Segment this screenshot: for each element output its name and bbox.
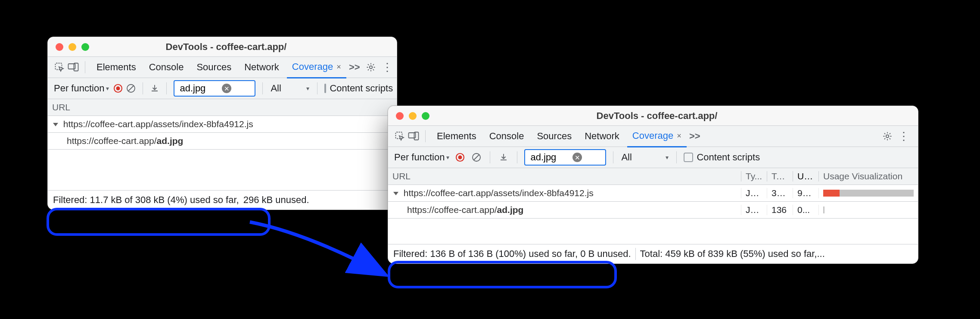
col-total[interactable]: To... (767, 171, 793, 181)
cell-unused: 96... (793, 188, 819, 198)
inspect-element-icon[interactable] (54, 62, 65, 73)
dropdown-label: All (271, 83, 281, 94)
svg-rect-10 (414, 132, 419, 140)
url-text: https://coffee-cart.app/ad.jpg (67, 136, 183, 146)
tab-console[interactable]: Console (144, 57, 189, 78)
url-text: https://coffee-cart.app/ad.jpg (407, 205, 523, 215)
status-total: 296 kB unused. (243, 194, 309, 206)
close-tab-icon[interactable]: × (336, 63, 341, 71)
expand-caret-icon[interactable] (53, 123, 58, 126)
settings-icon[interactable] (882, 131, 893, 142)
col-url[interactable]: URL (388, 171, 741, 181)
table-row[interactable]: https://coffee-cart.app/ad.jpg JS... 136… (388, 202, 918, 219)
clear-button[interactable] (126, 82, 136, 95)
export-button[interactable] (497, 151, 510, 164)
svg-rect-2 (74, 63, 78, 71)
annotation-highlight (47, 208, 271, 236)
minimize-window-icon[interactable] (409, 112, 417, 120)
coverage-toolbar: Per function ▾ ✕ All ▾ (48, 78, 397, 99)
col-url[interactable]: URL (48, 102, 397, 113)
traffic-lights[interactable] (388, 112, 439, 120)
col-unused[interactable]: U...▾ (793, 171, 819, 181)
separator (613, 151, 613, 163)
tab-elements[interactable]: Elements (432, 126, 482, 147)
table-row[interactable]: https://coffee-cart.app/ad.jpg (48, 133, 397, 150)
panel-tabstrip: Elements Console Sources Network Coverag… (48, 57, 397, 78)
more-tabs-icon[interactable]: >> (689, 131, 700, 142)
content-scripts-checkbox[interactable] (684, 153, 693, 162)
traffic-lights[interactable] (48, 43, 99, 51)
titlebar[interactable]: DevTools - coffee-cart.app/ (388, 106, 918, 126)
devtools-window-after: DevTools - coffee-cart.app/ Elements Con… (388, 106, 918, 264)
window-title: DevTools - coffee-cart.app/ (99, 41, 397, 53)
content-scripts-checkbox[interactable] (324, 84, 326, 93)
coverage-mode-dropdown[interactable]: Per function ▾ (393, 152, 450, 163)
coverage-mode-dropdown[interactable]: Per function ▾ (53, 83, 110, 94)
settings-icon[interactable] (365, 62, 376, 73)
device-toolbar-icon[interactable] (68, 62, 79, 73)
fullscreen-window-icon[interactable] (422, 112, 429, 120)
separator (490, 151, 490, 163)
cell-type: JS... (741, 205, 767, 215)
content-scripts-label: Content scripts (330, 83, 393, 94)
filter-text[interactable] (529, 151, 570, 163)
close-window-icon[interactable] (56, 43, 63, 51)
filter-text[interactable] (179, 82, 219, 94)
table-row[interactable]: https://coffee-cart.app/assets/index-8bf… (388, 185, 918, 202)
col-type[interactable]: Ty... (741, 171, 767, 181)
clear-filter-icon[interactable]: ✕ (222, 84, 231, 93)
url-filter-input[interactable]: ✕ (524, 149, 606, 166)
fullscreen-window-icon[interactable] (81, 43, 89, 51)
separator (143, 82, 143, 94)
table-row[interactable]: https://coffee-cart.app/assets/index-8bf… (48, 116, 397, 133)
record-button[interactable] (113, 82, 123, 95)
close-tab-icon[interactable]: × (677, 132, 681, 140)
clear-button[interactable] (470, 151, 483, 164)
table-header: URL Ty... To... U...▾ Usage Visualizatio… (388, 168, 918, 185)
usage-bar (823, 190, 914, 197)
titlebar[interactable]: DevTools - coffee-cart.app/ (48, 37, 397, 57)
kebab-menu-icon[interactable]: ⋮ (896, 130, 912, 143)
minimize-window-icon[interactable] (68, 43, 76, 51)
record-button[interactable] (454, 151, 467, 164)
tab-console[interactable]: Console (484, 126, 529, 147)
status-bar: Filtered: 136 B of 136 B (100%) used so … (388, 244, 918, 263)
cell-unused: 0... (793, 205, 819, 215)
type-filter-dropdown[interactable]: All ▾ (620, 152, 669, 163)
separator (166, 82, 167, 94)
tab-network[interactable]: Network (579, 126, 625, 147)
device-toolbar-icon[interactable] (408, 131, 419, 142)
type-filter-dropdown[interactable]: All ▾ (270, 83, 310, 94)
url-filter-input[interactable]: ✕ (174, 80, 255, 97)
close-window-icon[interactable] (396, 112, 404, 120)
status-total: Total: 459 kB of 839 kB (55%) used so fa… (640, 248, 825, 260)
svg-point-11 (886, 135, 889, 138)
export-button[interactable] (150, 82, 159, 95)
url-text: https://coffee-cart.app/assets/index-8bf… (404, 188, 594, 198)
status-filtered: Filtered: 11.7 kB of 308 kB (4%) used so… (53, 194, 239, 206)
tab-coverage[interactable]: Coverage × (627, 125, 687, 147)
tab-sources[interactable]: Sources (191, 57, 236, 78)
more-tabs-icon[interactable]: >> (349, 62, 360, 73)
col-usage[interactable]: Usage Visualization (819, 171, 918, 181)
cell-type: JS... (741, 188, 767, 198)
coverage-table: URL Ty... To... U...▾ Usage Visualizatio… (388, 168, 918, 219)
cell-usage (819, 190, 918, 197)
kebab-menu-icon[interactable]: ⋮ (379, 61, 395, 74)
tab-elements[interactable]: Elements (91, 57, 141, 78)
separator (676, 151, 677, 163)
status-filtered: Filtered: 136 B of 136 B (100%) used so … (393, 248, 631, 260)
clear-filter-icon[interactable]: ✕ (572, 153, 582, 162)
inspect-element-icon[interactable] (394, 131, 405, 142)
devtools-window-before: DevTools - coffee-cart.app/ Elements Con… (47, 37, 397, 210)
chevron-down-icon: ▾ (106, 85, 109, 92)
separator (425, 130, 426, 142)
expand-caret-icon[interactable] (393, 192, 398, 195)
tab-coverage[interactable]: Coverage × (287, 56, 346, 78)
annotation-highlight (388, 261, 617, 288)
tab-sources[interactable]: Sources (532, 126, 577, 147)
tab-label: Coverage (632, 130, 673, 141)
svg-line-15 (474, 155, 479, 160)
chevron-down-icon: ▾ (666, 154, 669, 161)
tab-network[interactable]: Network (239, 57, 284, 78)
